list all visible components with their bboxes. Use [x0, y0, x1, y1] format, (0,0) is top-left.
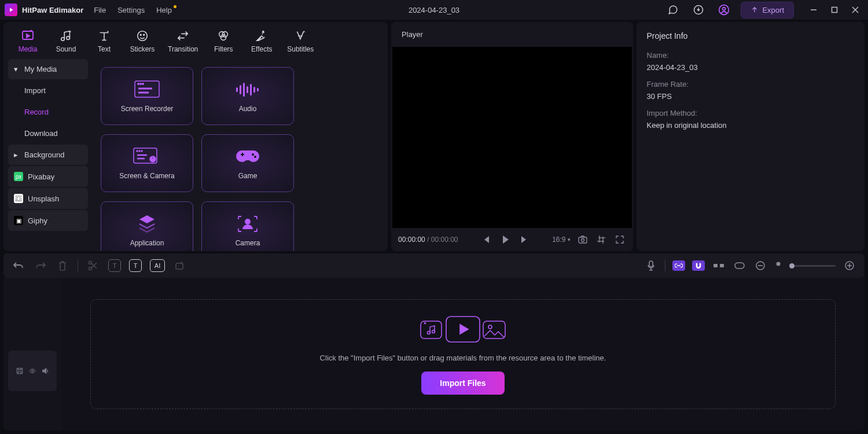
timeline-track-headers	[3, 278, 61, 431]
info-name-label: Name:	[647, 51, 855, 60]
svg-rect-22	[236, 87, 238, 92]
music-file-icon	[417, 318, 446, 341]
tab-subtitles[interactable]: Subtitles	[282, 27, 318, 56]
feedback-icon[interactable]	[664, 1, 682, 19]
magnet-toggle[interactable]	[692, 260, 705, 271]
sidebar-record[interactable]: Record	[8, 102, 88, 122]
svg-point-18	[140, 83, 141, 84]
play-button[interactable]	[499, 233, 512, 246]
svg-rect-65	[483, 321, 505, 339]
tab-effects[interactable]: Effects	[244, 27, 279, 56]
menu-file[interactable]: File	[94, 6, 106, 14]
next-frame-button[interactable]	[517, 233, 530, 246]
svg-rect-61	[421, 321, 442, 339]
sidebar-import[interactable]: Import	[8, 80, 88, 101]
export-label: Export	[762, 6, 784, 14]
timeline-body[interactable]: Click the "Import Files" button or drag …	[61, 278, 865, 431]
sidebar-unsplash[interactable]: ⿴Unsplash	[8, 188, 88, 209]
play-file-icon	[444, 314, 482, 344]
svg-point-30	[137, 150, 138, 152]
export-clip-button[interactable]	[173, 259, 187, 273]
pixabay-icon: px	[14, 172, 23, 181]
undo-button[interactable]	[12, 259, 25, 273]
link-toggle[interactable]	[672, 260, 685, 271]
import-files-button[interactable]: Import Files	[421, 372, 504, 395]
svg-point-63	[432, 330, 435, 333]
tab-filters[interactable]: Filters	[206, 27, 241, 56]
timeline-dropzone[interactable]: Click the "Import Files" button or drag …	[90, 299, 836, 409]
svg-point-55	[777, 262, 781, 266]
text-box-button-2[interactable]: T	[129, 259, 142, 272]
card-application[interactable]: Application	[101, 201, 193, 251]
export-button[interactable]: Export	[741, 2, 794, 19]
svg-point-37	[252, 153, 254, 156]
svg-point-9	[67, 36, 70, 39]
card-camera[interactable]: Camera	[201, 201, 294, 251]
svg-rect-25	[247, 86, 248, 93]
record-cards: Screen Recorder Audio Screen & Camera Ga…	[90, 56, 388, 251]
info-import-value: Keep in original location	[647, 121, 855, 130]
zoom-in-button[interactable]	[843, 259, 856, 273]
sidebar-giphy[interactable]: ▣Giphy	[8, 210, 88, 231]
menu-help[interactable]: Help	[156, 6, 172, 14]
tab-text[interactable]: Text	[87, 27, 122, 56]
application-icon	[137, 214, 157, 234]
player-title: Player	[391, 22, 632, 47]
info-panel: Project Info Name:2024-04-23_03 Frame Ra…	[637, 22, 865, 251]
info-fps-label: Frame Rate:	[647, 80, 855, 89]
snapshot-button[interactable]	[576, 233, 589, 246]
tab-media[interactable]: Media	[10, 27, 45, 56]
svg-point-66	[488, 325, 492, 329]
split-view-button[interactable]	[712, 259, 726, 273]
svg-point-11	[140, 34, 141, 35]
svg-point-41	[581, 239, 584, 242]
svg-point-38	[254, 156, 256, 158]
delete-button[interactable]	[56, 259, 69, 273]
sidebar-my-media[interactable]: ▾My Media	[8, 59, 88, 79]
svg-point-12	[144, 34, 145, 35]
download-icon[interactable]	[690, 1, 707, 19]
prev-frame-button[interactable]	[480, 233, 493, 246]
app-logo	[5, 3, 17, 16]
fit-button[interactable]	[733, 259, 746, 273]
card-screen-recorder[interactable]: Screen Recorder	[101, 67, 193, 125]
zoom-out-button[interactable]	[753, 259, 767, 273]
svg-rect-59	[17, 368, 22, 373]
svg-point-60	[32, 370, 34, 372]
text-box-button[interactable]: T	[108, 259, 121, 272]
zoom-slider[interactable]	[789, 265, 836, 267]
window-maximize[interactable]	[826, 2, 843, 18]
card-screen-camera[interactable]: Screen & Camera	[101, 134, 193, 192]
window-close[interactable]	[847, 2, 863, 18]
tab-transition[interactable]: Transition	[163, 27, 203, 56]
project-title: 2024-04-23_03	[409, 6, 459, 14]
aspect-ratio[interactable]: 16:9▾	[552, 236, 570, 244]
split-button[interactable]	[86, 259, 100, 273]
svg-point-2	[723, 8, 726, 10]
svg-rect-26	[250, 84, 252, 95]
redo-button[interactable]	[34, 259, 47, 273]
sidebar-pixabay[interactable]: pxPixabay	[8, 166, 88, 187]
account-icon[interactable]	[715, 1, 733, 19]
fullscreen-button[interactable]	[613, 233, 626, 246]
player-canvas[interactable]	[392, 47, 631, 228]
svg-rect-40	[579, 237, 587, 243]
track-header[interactable]	[8, 351, 57, 391]
svg-point-14	[222, 32, 227, 37]
save-icon	[16, 367, 23, 374]
sidebar-download[interactable]: Download	[8, 123, 88, 144]
svg-point-31	[139, 150, 140, 152]
tab-sound[interactable]: Sound	[49, 27, 83, 56]
sidebar-background[interactable]: ▸Background	[8, 145, 88, 165]
svg-rect-23	[240, 85, 241, 94]
svg-rect-52	[735, 263, 744, 269]
crop-button[interactable]	[595, 233, 608, 246]
voice-button[interactable]	[644, 259, 658, 273]
card-audio[interactable]: Audio	[201, 67, 294, 125]
timeline-toolbar: T T AI	[3, 253, 865, 278]
ai-button[interactable]: AI	[150, 259, 165, 272]
menu-settings[interactable]: Settings	[117, 6, 145, 14]
tab-stickers[interactable]: Stickers	[125, 27, 160, 56]
window-minimize[interactable]	[806, 2, 822, 18]
card-game[interactable]: Game	[201, 134, 294, 192]
